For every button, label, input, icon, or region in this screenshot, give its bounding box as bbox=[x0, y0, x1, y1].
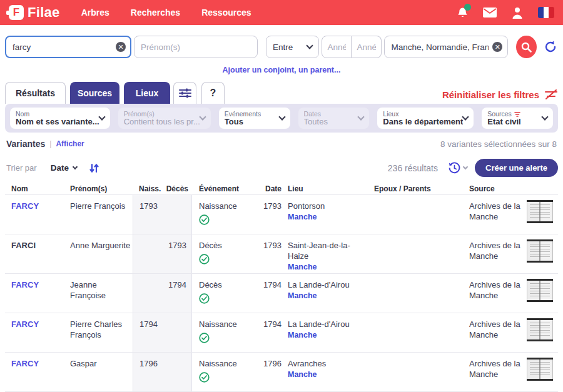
date-operator-value: Entre bbox=[273, 43, 293, 52]
results-count: 236 résultats bbox=[388, 163, 438, 173]
filter-off-icon bbox=[544, 89, 558, 100]
brand-name: Filae bbox=[28, 4, 60, 21]
filter-dates[interactable]: Dates Toutes bbox=[298, 108, 370, 129]
result-tabs: Résultats Sources Lieux ? Réinitialiser … bbox=[0, 79, 563, 104]
result-source: Archives de la Manche bbox=[464, 353, 522, 391]
lastname-input[interactable] bbox=[5, 36, 131, 58]
record-thumbnail[interactable] bbox=[527, 200, 553, 223]
sort-field-select[interactable]: Date bbox=[51, 163, 77, 173]
tab-sources[interactable]: Sources bbox=[70, 82, 119, 104]
result-name-link[interactable]: FARCY bbox=[11, 359, 39, 368]
filter-bar: Nom Nom et ses variante... Prénom(s) Con… bbox=[5, 104, 558, 133]
chevron-down-icon bbox=[278, 113, 285, 120]
search-history-button[interactable] bbox=[448, 161, 467, 174]
record-thumbnail[interactable] bbox=[527, 318, 553, 341]
col-header-nom: Nom bbox=[5, 184, 70, 193]
col-header-evenement: Événement bbox=[192, 184, 258, 193]
tab-lieux[interactable]: Lieux bbox=[124, 82, 170, 104]
account-person-icon[interactable] bbox=[510, 6, 524, 19]
filter-prenoms[interactable]: Prénom(s) Contient tous les pr... bbox=[118, 108, 211, 129]
result-place-dept-link[interactable]: Manche bbox=[288, 213, 317, 221]
filter-lieux-value: Dans le département bbox=[383, 118, 463, 126]
result-spouse-parents bbox=[369, 274, 464, 313]
result-place: La Lande-d'Airou bbox=[288, 319, 350, 329]
sort-direction-toggle[interactable] bbox=[89, 163, 99, 173]
variants-summary: 8 variantes sélectionnées sur 8 bbox=[440, 139, 557, 149]
reset-filters-label: Réinitialiser les filtres bbox=[442, 89, 539, 100]
record-thumbnail[interactable] bbox=[527, 358, 553, 381]
result-birth-year: 1793 bbox=[133, 195, 163, 234]
reset-filters-button[interactable]: Réinitialiser les filtres bbox=[442, 89, 558, 104]
firstname-input[interactable] bbox=[134, 36, 258, 58]
messages-envelope-icon[interactable] bbox=[483, 6, 497, 19]
table-header-row: Nom Prénom(s) Naiss. Décès Événement Dat… bbox=[5, 183, 558, 194]
filae-logo[interactable]: F Filae bbox=[9, 4, 60, 21]
result-place-dept-link[interactable]: Manche bbox=[288, 331, 317, 339]
year-to-input[interactable] bbox=[352, 36, 382, 58]
result-death-year bbox=[163, 313, 192, 352]
nav-item-arbres[interactable]: Arbres bbox=[81, 8, 109, 18]
tab-resultats[interactable]: Résultats bbox=[5, 82, 66, 104]
language-flag-fr-icon[interactable] bbox=[538, 7, 554, 18]
result-name-link[interactable]: FARCY bbox=[11, 280, 39, 289]
col-header-lieu: Lieu bbox=[282, 184, 369, 193]
result-name-link[interactable]: FARCY bbox=[11, 201, 39, 211]
reset-search-icon[interactable] bbox=[543, 39, 558, 55]
result-place-dept-link[interactable]: Manche bbox=[288, 291, 317, 300]
notification-badge bbox=[464, 4, 471, 11]
result-firstnames: Anne Marguerite bbox=[70, 234, 133, 273]
col-header-prenoms: Prénom(s) bbox=[70, 184, 133, 193]
filter-evenements-value: Tous bbox=[225, 118, 261, 126]
result-event-date: 1794 bbox=[258, 313, 282, 352]
notifications-bell-icon[interactable] bbox=[455, 6, 469, 19]
result-name-link[interactable]: FARCI bbox=[11, 241, 36, 250]
tab-advanced-filters[interactable] bbox=[173, 82, 196, 104]
result-place: Pontorson bbox=[288, 201, 325, 211]
filae-logo-icon: F bbox=[9, 5, 24, 20]
result-source: Archives de la Manche bbox=[464, 195, 522, 234]
filter-dates-value: Toutes bbox=[304, 118, 328, 126]
result-source: Archives de la Manche bbox=[464, 274, 522, 313]
tab-help[interactable]: ? bbox=[201, 82, 225, 104]
sort-arrows-icon bbox=[89, 163, 99, 173]
result-event-date: 1793 bbox=[258, 195, 282, 234]
nav-item-ressources[interactable]: Ressources bbox=[201, 8, 251, 18]
event-verified-icon bbox=[199, 372, 258, 383]
variants-title: Variantes bbox=[6, 139, 45, 149]
variants-show-link[interactable]: Afficher bbox=[56, 139, 84, 148]
result-name-link[interactable]: FARCY bbox=[11, 319, 39, 329]
create-alert-button[interactable]: Créer une alerte bbox=[475, 159, 558, 177]
add-relative-link[interactable]: Ajouter un conjoint, un parent... bbox=[223, 66, 341, 74]
search-icon bbox=[521, 42, 532, 53]
col-header-date: Date bbox=[258, 184, 282, 193]
clear-lastname-icon[interactable]: ✕ bbox=[116, 42, 126, 52]
chevron-down-icon bbox=[462, 113, 469, 120]
table-row: FARCY Pierre François 1793 Naissance 179… bbox=[5, 194, 558, 234]
result-birth-year bbox=[133, 234, 163, 273]
variants-separator: | bbox=[49, 139, 51, 148]
filter-nom[interactable]: Nom Nom et ses variante... bbox=[10, 108, 110, 129]
result-event-type: Naissance bbox=[199, 201, 237, 211]
col-header-naissance: Naiss. bbox=[133, 184, 163, 193]
filter-evenements[interactable]: Événements Tous bbox=[219, 108, 290, 129]
filter-sources[interactable]: Sources Etat civil bbox=[482, 108, 553, 129]
event-verified-icon bbox=[199, 254, 258, 264]
record-thumbnail[interactable] bbox=[527, 239, 553, 263]
result-death-year: 1793 bbox=[163, 234, 192, 273]
record-thumbnail[interactable] bbox=[527, 279, 553, 302]
search-button[interactable] bbox=[516, 36, 537, 58]
result-spouse-parents bbox=[369, 313, 464, 352]
chevron-down-icon bbox=[98, 113, 105, 120]
nav-item-recherches[interactable]: Recherches bbox=[131, 8, 180, 18]
results-toolbar: Trier par Date 236 résultats Créer une a… bbox=[0, 151, 563, 183]
filter-lieux[interactable]: Lieux Dans le département bbox=[377, 108, 474, 129]
result-place-dept-link[interactable]: Manche bbox=[288, 370, 317, 379]
result-spouse-parents bbox=[369, 234, 464, 273]
year-from-input[interactable] bbox=[322, 36, 352, 58]
result-place: Saint-Jean-de-la-Haize bbox=[288, 241, 350, 261]
chevron-down-icon bbox=[463, 164, 468, 169]
place-input[interactable] bbox=[384, 36, 508, 58]
result-place-dept-link[interactable]: Manche bbox=[288, 263, 317, 271]
date-operator-select[interactable]: Entre bbox=[266, 36, 319, 58]
result-firstnames: Pierre Charles François bbox=[70, 313, 133, 352]
